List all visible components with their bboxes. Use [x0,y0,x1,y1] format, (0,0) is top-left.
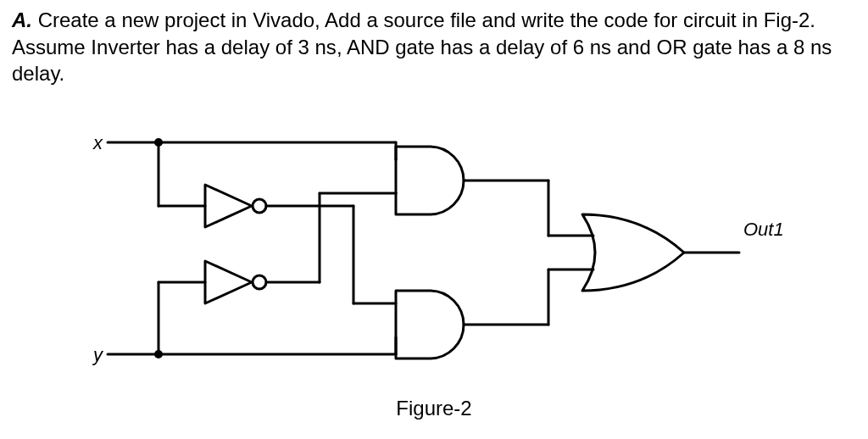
or-delay: 8 ns [793,36,832,58]
and-gate-1-icon [396,147,464,214]
circuit-svg: x y Out1 [61,108,807,388]
question-paragraph: A. Create a new project in Vivado, Add a… [12,7,856,87]
inverter-1-icon [205,185,252,227]
inverter-2-icon [205,261,252,303]
label-input-x: x [92,132,103,153]
inverter-delay: 3 ns [298,36,337,58]
question-text-4: delay. [12,62,64,85]
or-gate-icon [582,214,684,291]
and-gate-2-icon [396,291,464,358]
question-text-3: and OR gate has a [611,36,793,58]
label-output-1: Out1 [743,219,784,240]
page-root: A. Create a new project in Vivado, Add a… [0,0,868,427]
inverter-2-bubble-icon [253,275,266,289]
question-text-2: , AND gate has a delay of [337,36,573,58]
circuit-diagram: x y Out1 [12,108,856,388]
label-input-y: y [92,344,104,365]
inverter-1-bubble-icon [253,199,266,213]
question-label: A. [12,8,32,31]
and-delay: 6 ns [573,36,611,58]
figure-caption: Figure-2 [12,397,856,420]
